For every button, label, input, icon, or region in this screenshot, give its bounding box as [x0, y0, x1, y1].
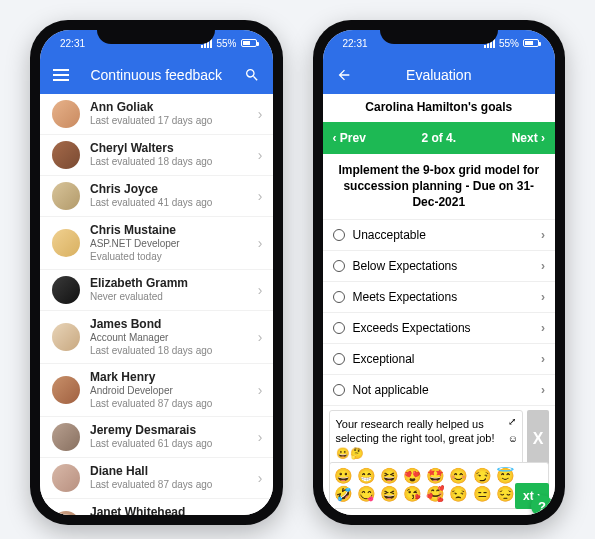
- evaluation-content: Carolina Hamilton's goals ‹ Prev 2 of 4.…: [323, 94, 556, 515]
- expand-icon[interactable]: ⤢: [508, 415, 518, 428]
- option-label: Meets Expectations: [353, 290, 542, 304]
- status-time: 22:31: [343, 38, 368, 49]
- person-sub: Last evaluated 18 days ago: [90, 156, 254, 169]
- rating-option[interactable]: Unacceptable›: [323, 220, 556, 251]
- person-row[interactable]: Chris MustaineASP.NET DeveloperEvaluated…: [40, 217, 273, 270]
- person-row[interactable]: Mark HenryAndroid DeveloperLast evaluate…: [40, 364, 273, 417]
- person-name: Ann Goliak: [90, 100, 254, 115]
- chevron-right-icon: ›: [258, 188, 263, 204]
- avatar: [52, 229, 80, 257]
- person-name: James Bond: [90, 317, 254, 332]
- chevron-right-icon: ›: [258, 382, 263, 398]
- battery-icon: [523, 39, 539, 47]
- phone-right: 22:31 55% Evaluation Carolina Hamilton's…: [313, 20, 566, 525]
- person-info: Ann GoliakLast evaluated 17 days ago: [90, 100, 254, 128]
- person-row[interactable]: Cheryl WaltersLast evaluated 18 days ago…: [40, 135, 273, 176]
- person-info: Janet WhiteheadTesterLast evaluated 17 d…: [90, 505, 254, 515]
- person-name: Chris Joyce: [90, 182, 254, 197]
- person-row[interactable]: Elizabeth GrammNever evaluated›: [40, 270, 273, 311]
- radio-icon: [333, 229, 345, 241]
- chevron-right-icon: ›: [541, 290, 545, 304]
- person-name: Cheryl Walters: [90, 141, 254, 156]
- prev-button[interactable]: ‹ Prev: [333, 131, 366, 145]
- rating-option[interactable]: Exceptional›: [323, 344, 556, 375]
- person-sub: Last evaluated 41 days ago: [90, 197, 254, 210]
- person-info: Jeremy DesmaraisLast evaluated 61 days a…: [90, 423, 254, 451]
- goal-text: Implement the 9-box grid model for succe…: [323, 154, 556, 219]
- phone-left: 22:31 55% Continuous feedback Ann Goliak…: [30, 20, 283, 525]
- person-role: ASP.NET Developer: [90, 238, 254, 251]
- rating-option[interactable]: Below Expectations›: [323, 251, 556, 282]
- person-info: Mark HenryAndroid DeveloperLast evaluate…: [90, 370, 254, 410]
- avatar: [52, 511, 80, 515]
- battery-pct: 55%: [216, 38, 236, 49]
- radio-icon: [333, 291, 345, 303]
- search-button[interactable]: [241, 64, 263, 86]
- person-row[interactable]: Ann GoliakLast evaluated 17 days ago›: [40, 94, 273, 135]
- person-row[interactable]: Chris JoyceLast evaluated 41 days ago›: [40, 176, 273, 217]
- person-row[interactable]: Diane HallLast evaluated 87 days ago›: [40, 458, 273, 499]
- comment-handles[interactable]: ⤢ ☺: [508, 415, 518, 445]
- notch: [380, 20, 498, 44]
- comment-input[interactable]: Your research really helped us selecting…: [329, 410, 524, 467]
- chevron-right-icon: ›: [258, 235, 263, 251]
- chevron-right-icon: ›: [258, 429, 263, 445]
- emoji-row-1[interactable]: 😀 😁 😆 😍 🤩 😊 😏 😇: [334, 467, 545, 486]
- app-bar: Continuous feedback: [40, 56, 273, 94]
- avatar: [52, 100, 80, 128]
- person-info: Chris JoyceLast evaluated 41 days ago: [90, 182, 254, 210]
- close-comment-button[interactable]: X: [527, 410, 549, 467]
- rating-option[interactable]: Not applicable›: [323, 375, 556, 406]
- person-sub: Last evaluated 87 days ago: [90, 398, 254, 411]
- step-indicator: 2 of 4.: [421, 131, 456, 145]
- avatar: [52, 182, 80, 210]
- comment-row: Your research really helped us selecting…: [329, 410, 550, 467]
- person-info: Diane HallLast evaluated 87 days ago: [90, 464, 254, 492]
- person-name: Jeremy Desmarais: [90, 423, 254, 438]
- menu-button[interactable]: [50, 64, 72, 86]
- chevron-right-icon: ›: [258, 147, 263, 163]
- avatar: [52, 141, 80, 169]
- chevron-right-icon: ›: [541, 383, 545, 397]
- back-icon: [336, 67, 352, 83]
- person-sub: Evaluated today: [90, 251, 254, 264]
- person-name: Diane Hall: [90, 464, 254, 479]
- avatar: [52, 376, 80, 404]
- emoji-icon[interactable]: ☺: [508, 432, 518, 445]
- back-button[interactable]: [333, 64, 355, 86]
- option-label: Exceptional: [353, 352, 542, 366]
- chevron-right-icon: ›: [258, 282, 263, 298]
- avatar: [52, 423, 80, 451]
- app-title: Evaluation: [406, 67, 471, 83]
- option-label: Not applicable: [353, 383, 542, 397]
- people-list[interactable]: Ann GoliakLast evaluated 17 days ago›Che…: [40, 94, 273, 515]
- goal-stepper: ‹ Prev 2 of 4. Next ›: [323, 122, 556, 154]
- battery-icon: [241, 39, 257, 47]
- radio-icon: [333, 260, 345, 272]
- chevron-right-icon: ›: [258, 329, 263, 345]
- chevron-right-icon: ›: [541, 321, 545, 335]
- people-list-container: Ann GoliakLast evaluated 17 days ago›Che…: [40, 94, 273, 515]
- status-time: 22:31: [60, 38, 85, 49]
- person-sub: Last evaluated 61 days ago: [90, 438, 254, 451]
- emoji-row-2[interactable]: 🤣 😋 😆 😘 🥰 😒 😑 😔: [334, 485, 545, 504]
- help-button[interactable]: ?: [531, 495, 553, 515]
- chevron-right-icon: ›: [541, 228, 545, 242]
- radio-icon: [333, 353, 345, 365]
- rating-option[interactable]: Exceeds Expectations›: [323, 313, 556, 344]
- screen-right: 22:31 55% Evaluation Carolina Hamilton's…: [323, 30, 556, 515]
- rating-options: Unacceptable›Below Expectations›Meets Ex…: [323, 219, 556, 406]
- avatar: [52, 464, 80, 492]
- comment-text: Your research really helped us selecting…: [336, 418, 495, 459]
- person-row[interactable]: Janet WhiteheadTesterLast evaluated 17 d…: [40, 499, 273, 515]
- hamburger-icon: [53, 69, 69, 81]
- next-button[interactable]: Next ›: [512, 131, 545, 145]
- chevron-right-icon: ›: [258, 470, 263, 486]
- person-row[interactable]: Jeremy DesmaraisLast evaluated 61 days a…: [40, 417, 273, 458]
- chevron-right-icon: ›: [541, 259, 545, 273]
- rating-option[interactable]: Meets Expectations›: [323, 282, 556, 313]
- person-row[interactable]: James BondAccount ManagerLast evaluated …: [40, 311, 273, 364]
- option-label: Unacceptable: [353, 228, 542, 242]
- search-icon: [244, 67, 260, 83]
- option-label: Exceeds Expectations: [353, 321, 542, 335]
